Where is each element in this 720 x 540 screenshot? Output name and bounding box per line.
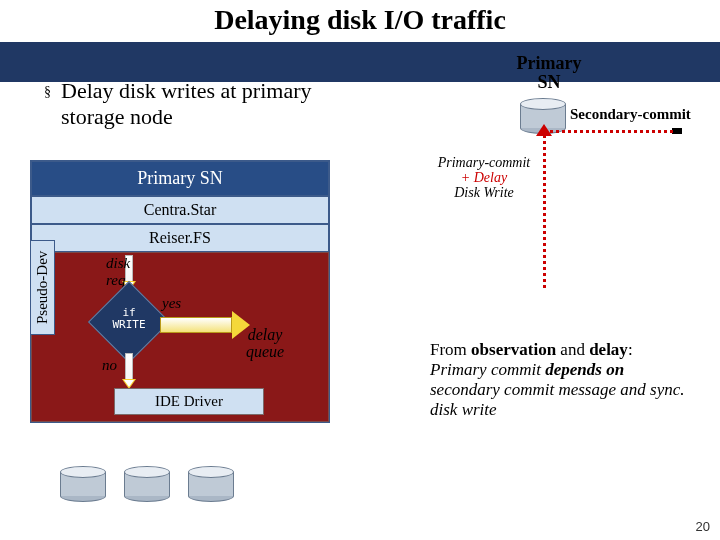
no-label: no bbox=[102, 357, 117, 374]
primary-sn-label: Primary SN bbox=[504, 54, 594, 92]
decision-if-write: if WRITE bbox=[100, 293, 160, 353]
bullet-text: Delay disk writes at primary storage nod… bbox=[61, 78, 354, 131]
ide-driver: IDE Driver bbox=[114, 388, 264, 415]
title-bar bbox=[0, 42, 720, 82]
stack: Primary SN Centra.Star Reiser.FS Pseudo-… bbox=[30, 160, 330, 423]
disk-icons-row bbox=[60, 466, 234, 502]
page-number: 20 bbox=[696, 519, 710, 534]
yes-label: yes bbox=[162, 295, 181, 312]
layer-centrastar: Centra.Star bbox=[31, 196, 329, 224]
secondary-commit-path-h bbox=[543, 130, 673, 133]
pseudo-dev-label: Pseudo-Dev bbox=[30, 240, 55, 335]
pseudo-dev-region: Pseudo-Dev disk req if WRITE yes delay q… bbox=[31, 252, 329, 422]
bullet-row: § Delay disk writes at primary storage n… bbox=[44, 78, 354, 131]
observation-text: From observation and delay: Primary comm… bbox=[430, 340, 690, 420]
arrow-no-down bbox=[122, 353, 136, 389]
delay-queue-label: delay queue bbox=[246, 327, 284, 361]
arrow-yes-right bbox=[160, 311, 250, 339]
primary-commit-path-v bbox=[543, 128, 546, 288]
disk-icon bbox=[124, 466, 170, 502]
secondary-commit-origin bbox=[672, 128, 682, 134]
disk-icon bbox=[188, 466, 234, 502]
secondary-commit-label: Secondary-commit bbox=[570, 106, 691, 123]
bullet-marker: § bbox=[44, 84, 51, 131]
layer-reiserfs: Reiser.FS bbox=[31, 224, 329, 252]
primary-commit-label: Primary-commit + Delay Disk Write bbox=[424, 155, 544, 200]
slide-title: Delaying disk I/O traffic bbox=[0, 0, 720, 42]
secondary-arrowhead-icon bbox=[536, 124, 552, 136]
disk-icon bbox=[60, 466, 106, 502]
stack-header: Primary SN bbox=[31, 161, 329, 196]
